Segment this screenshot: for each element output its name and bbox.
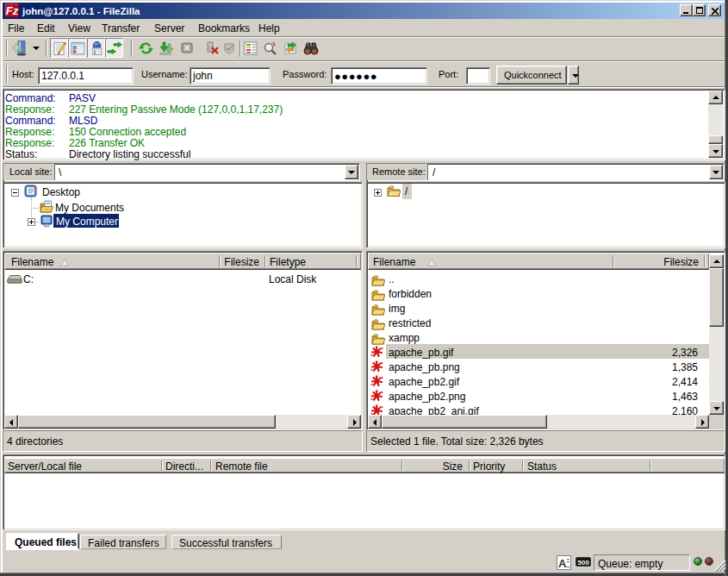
svg-text:Fz: Fz — [6, 4, 19, 17]
